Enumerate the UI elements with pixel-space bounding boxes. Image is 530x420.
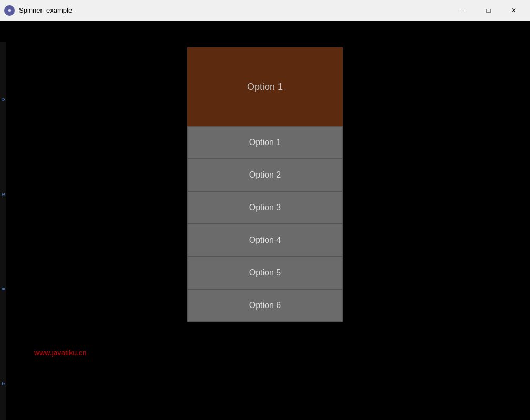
spinner-container: Option 1 Option 1 Option 2 Option 3 Opti… <box>187 47 343 322</box>
maximize-button[interactable]: □ <box>476 2 501 19</box>
spinner-selected-display[interactable]: Option 1 <box>187 47 343 126</box>
spinner-item-3[interactable]: Option 3 <box>187 191 343 224</box>
spinner-item-1[interactable]: Option 1 <box>187 126 343 159</box>
edge-text-4: 4 <box>1 382 6 385</box>
spinner-item-5[interactable]: Option 5 <box>187 257 343 289</box>
edge-text-1: 0 <box>1 98 6 101</box>
spinner-dropdown: Option 1 Option 2 Option 3 Option 4 Opti… <box>187 126 343 322</box>
spinner-item-6-label: Option 6 <box>249 301 281 310</box>
spinner-item-5-label: Option 5 <box>249 268 281 278</box>
edge-text-2: 3 <box>1 193 6 196</box>
minimize-button[interactable]: ─ <box>451 2 475 19</box>
window-title: Spinner_example <box>19 6 72 14</box>
spinner-item-1-label: Option 1 <box>249 138 281 147</box>
edge-text-3: 8 <box>1 288 6 290</box>
spinner-selected-text: Option 1 <box>247 81 283 93</box>
title-bar: Spinner_example ─ □ ✕ <box>0 0 530 21</box>
spinner-item-2[interactable]: Option 2 <box>187 159 343 191</box>
spinner-item-6[interactable]: Option 6 <box>187 289 343 322</box>
watermark-text: www.javatiku.cn <box>34 349 87 357</box>
side-edge: 0 3 8 4 <box>0 42 6 420</box>
app-icon <box>4 5 15 16</box>
watermark: www.javatiku.cn <box>34 349 87 357</box>
spinner-item-4[interactable]: Option 4 <box>187 224 343 257</box>
window-controls: ─ □ ✕ <box>451 2 526 19</box>
spinner-item-2-label: Option 2 <box>249 170 281 180</box>
close-button[interactable]: ✕ <box>502 2 526 19</box>
spinner-item-3-label: Option 3 <box>249 203 281 212</box>
main-content: 0 3 8 4 Option 1 Option 1 Option 2 Optio… <box>0 21 530 420</box>
title-bar-left: Spinner_example <box>4 5 72 16</box>
spinner-item-4-label: Option 4 <box>249 235 281 245</box>
